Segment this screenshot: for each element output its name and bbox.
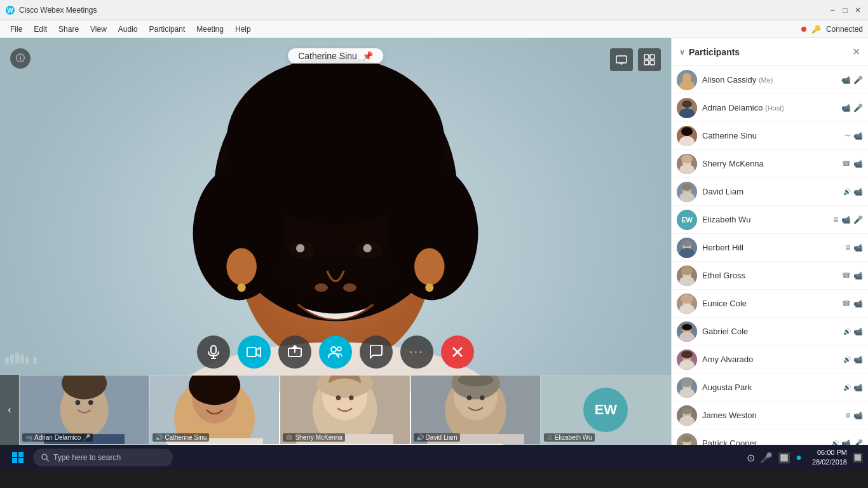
svg-point-19	[238, 283, 246, 292]
participant-avatar-gabriel	[677, 322, 697, 342]
participant-avatar-augusta	[677, 377, 697, 398]
video-button[interactable]	[238, 336, 271, 369]
panel-close-button[interactable]: ✕	[852, 46, 860, 58]
thumbnail-label: 📹 Adrian Delamico 🎤	[22, 433, 93, 442]
participant-row-james[interactable]: James Weston 🖥 📹	[672, 402, 868, 430]
cisco-logo: cisco	[5, 348, 37, 369]
menu-edit[interactable]: Edit	[29, 24, 52, 35]
menu-file[interactable]: File	[5, 24, 27, 35]
thumbnail-label-4: 🔊 David Liam	[414, 433, 460, 442]
audio-icon: 🔊	[843, 188, 851, 195]
participant-name-ethel: Ethel Gross	[702, 271, 837, 280]
participant-icons-james: 🖥 📹	[844, 411, 863, 420]
menu-help[interactable]: Help	[230, 24, 256, 35]
pin-icon[interactable]: 📌	[362, 51, 373, 61]
participant-avatar-patrick	[677, 433, 697, 445]
taskbar-date: 28/02/2018	[812, 458, 847, 467]
svg-point-105	[681, 294, 693, 303]
taskbar-cortana-icon[interactable]: ⊙	[747, 452, 755, 464]
video-icon: 📹	[841, 76, 851, 85]
grid-view-button[interactable]	[638, 48, 661, 71]
thumbnail-item-david[interactable]: 🔊 David Liam	[410, 375, 541, 445]
thumbnail-camera-icon-2: 🔊	[155, 434, 163, 441]
participant-icons-amy: 🔊 📹	[843, 355, 863, 364]
search-bar[interactable]: Type here to search	[33, 449, 173, 466]
audio-wave-icon: 〜	[844, 132, 851, 140]
avatar-photo-catherine	[677, 126, 697, 146]
svg-point-44	[337, 347, 341, 351]
share-button[interactable]	[278, 336, 311, 369]
participant-avatar-james	[677, 405, 697, 426]
taskbar-network-icon[interactable]: 🔲	[778, 452, 790, 464]
scroll-left-button[interactable]: ‹	[0, 375, 19, 445]
participant-row-augusta[interactable]: Augusta Park 🔊 📹	[672, 374, 868, 402]
svg-point-139	[42, 454, 47, 459]
avatar-photo-james	[677, 405, 697, 426]
participant-row-elizabeth[interactable]: EW Elizabeth Wu 🖥 📹 🎤	[672, 206, 868, 234]
menu-meeting[interactable]: Meeting	[191, 24, 229, 35]
screen-view-button[interactable]	[610, 48, 633, 71]
participant-row-david[interactable]: David Liam 🔊 📹	[672, 178, 868, 206]
participant-row-gabriel[interactable]: Gabriel Cole 🔊 📹	[672, 318, 868, 346]
avatar-photo-david	[677, 182, 697, 202]
participant-row-sherry[interactable]: Sherry McKenna ☎ 📹	[672, 150, 868, 178]
video-top-right-controls	[610, 48, 661, 71]
minimize-button[interactable]: −	[827, 5, 837, 15]
video-icon-5: 📹	[853, 187, 863, 196]
svg-rect-136	[18, 452, 24, 457]
avatar-photo-sherry	[677, 154, 697, 174]
svg-point-121	[682, 408, 692, 414]
close-button[interactable]: ✕	[853, 5, 863, 15]
participant-name-augusta: Augusta Park	[702, 383, 838, 392]
menu-participant[interactable]: Participant	[144, 24, 191, 35]
thumbnail-item-adrian[interactable]: 📹 Adrian Delamico 🎤	[19, 375, 149, 445]
participant-row-alison[interactable]: Alison Cassidy (Me) 📹 🎤	[672, 66, 868, 94]
end-call-icon	[451, 345, 465, 359]
participant-row-patrick[interactable]: Patrick Cooper 🔊 📹 🎤	[672, 430, 868, 445]
participant-name-patrick: Patrick Cooper	[702, 438, 826, 445]
participant-row-eunice[interactable]: Eunice Cole ☎ 📹	[672, 290, 868, 318]
chat-button[interactable]	[360, 336, 393, 369]
taskbar-webex-icon[interactable]: ●	[796, 452, 802, 463]
chevron-icon: ∨	[679, 48, 685, 57]
video-icon-6: 📹	[841, 215, 851, 224]
thumbnail-item-elizabeth[interactable]: EW 🖥 Elizabeth Wu	[541, 375, 671, 445]
svg-point-113	[681, 351, 693, 358]
start-button[interactable]	[5, 445, 31, 470]
window-controls[interactable]: − □ ✕	[827, 5, 863, 15]
panel-title: ∨ Participants	[679, 47, 740, 57]
video-icon-11: 📹	[853, 355, 863, 364]
taskbar: Type here to search ⊙ 🎤 🔲 ● 06:00 PM 28/…	[0, 445, 868, 470]
taskbar-microphone-icon[interactable]: 🎤	[760, 452, 773, 464]
info-button[interactable]: ⓘ	[10, 48, 31, 69]
maximize-button[interactable]: □	[840, 5, 850, 15]
participant-row-herbert[interactable]: Herbert Hill 🖥 📹	[672, 234, 868, 262]
phone-icon-2: ☎	[842, 271, 851, 280]
ew-initials-avatar: EW	[583, 388, 628, 432]
participant-row-ethel[interactable]: Ethel Gross ☎ 📹	[672, 262, 868, 290]
participant-row-amy[interactable]: Amy Alvarado 🔊 📹	[672, 346, 868, 374]
thumbnail-label-2: 🔊 Catherine Sinu	[153, 433, 209, 442]
end-call-button[interactable]	[441, 336, 474, 369]
thumbnail-phone-icon: ☎	[285, 434, 293, 441]
participant-name-alison: Alison Cassidy (Me)	[702, 75, 836, 85]
status-indicator-dot	[801, 27, 806, 32]
participant-name-sherry: Sherry McKenna	[702, 159, 837, 168]
menu-audio[interactable]: Audio	[113, 24, 143, 35]
more-options-button[interactable]: ···	[400, 336, 433, 369]
participant-row-catherine[interactable]: Catherine Sinu 〜 📹	[672, 122, 868, 150]
thumbnail-item-catherine[interactable]: 🔊 Catherine Sinu	[149, 375, 280, 445]
thumbnail-item-sherry[interactable]: ☎ Sherry McKenna	[280, 375, 410, 445]
participant-avatar-catherine	[677, 126, 697, 146]
menu-view[interactable]: View	[85, 24, 112, 35]
participant-icons-catherine: 〜 📹	[844, 132, 863, 140]
participants-button[interactable]	[319, 336, 352, 369]
participant-name-gabriel: Gabriel Cole	[702, 327, 838, 336]
mute-button[interactable]	[197, 336, 230, 369]
taskbar-notification-icon[interactable]: 🔲	[852, 452, 863, 463]
participant-name-james: James Weston	[702, 410, 839, 420]
menu-share[interactable]: Share	[53, 24, 84, 35]
participant-row-adrian[interactable]: Adrian Delamico (Host) 📹 🎤	[672, 94, 868, 122]
svg-text:cisco: cisco	[5, 362, 17, 367]
svg-rect-37	[211, 346, 216, 354]
